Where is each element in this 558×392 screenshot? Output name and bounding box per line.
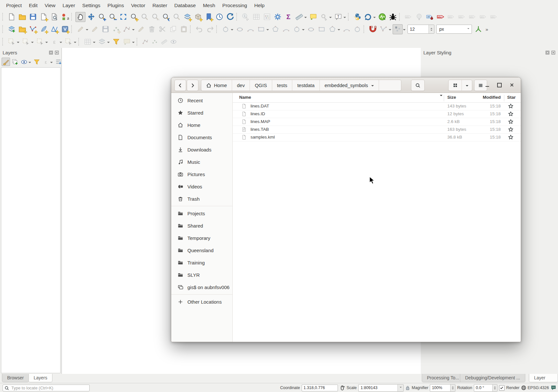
sidebar-item-trash[interactable]: Trash [171,193,232,205]
map-tips-button[interactable] [308,12,318,22]
menu-vector[interactable]: Vector [128,0,149,11]
advanced-digitizing-tool-5-button[interactable] [327,24,337,34]
enable-snapping-button[interactable] [368,24,378,34]
messages-button[interactable] [551,385,556,391]
new-temporary-scratch-layer-button[interactable] [60,24,70,34]
scale-combo[interactable]: 1:809143 [358,384,404,392]
tab-browser[interactable]: Browser [2,374,29,382]
star-toggle[interactable] [508,135,513,140]
decoration-tool-2-button[interactable] [150,37,159,46]
magnifier-spinner[interactable]: 100% [430,384,455,392]
search-button[interactable] [411,80,425,91]
dropdown-caret-icon[interactable] [45,42,48,44]
select-features-button[interactable] [6,37,17,47]
deselect-features-button[interactable] [35,37,45,47]
dropdown-caret-icon[interactable] [338,29,340,32]
open-attribute-table-button[interactable] [251,12,261,22]
new-3d-map-view-button[interactable] [193,12,203,22]
show-layout-manager-button[interactable] [49,12,59,22]
label-tool-button[interactable] [111,37,121,47]
dropdown-caret-icon[interactable] [93,42,95,44]
toolbar-handle[interactable] [236,13,239,21]
redo-button[interactable] [205,24,215,34]
text-annotation-button[interactable] [333,12,343,22]
select-by-expression-button[interactable] [49,37,59,47]
sidebar-item-projects[interactable]: Projects [171,207,232,219]
shape-tool-ellipse-button[interactable] [235,24,245,34]
advanced-digitizing-tool-3-button[interactable] [306,24,316,34]
sidebar-item-slyr[interactable]: SLYR [171,269,232,281]
combo-arrow[interactable] [465,25,472,33]
sidebar-item-temporary[interactable]: Temporary [171,232,232,244]
sidebar-item-queensland[interactable]: Queensland [171,244,232,256]
locator-input[interactable] [11,385,89,391]
dropdown-caret-icon[interactable] [60,42,62,44]
dropdown-caret-icon[interactable] [304,17,307,19]
rotate-label-button[interactable] [478,12,488,22]
dropdown-caret-icon[interactable] [74,42,76,44]
sidebar-item-recent[interactable]: Recent [171,94,232,106]
float-panel-button[interactable] [49,50,53,55]
toolbar-handle[interactable] [2,25,5,33]
spin-up-icon[interactable] [430,27,432,29]
maximize-button[interactable] [495,81,504,89]
zoom-native-button[interactable] [150,12,160,22]
toolbar-handle[interactable] [71,25,73,33]
dropdown-caret-icon[interactable] [302,29,305,32]
modify-attributes-button[interactable] [136,24,146,34]
decoration-tool-1-button[interactable] [141,37,150,46]
sidebar-item-starred[interactable]: Starred [171,106,232,119]
star-toggle[interactable] [508,127,513,132]
dropdown-caret-icon[interactable] [373,17,376,19]
dropdown-caret-icon[interactable] [107,42,110,44]
vertex-tool-button[interactable] [122,24,132,34]
breadcrumb-home[interactable]: Home [201,80,232,91]
grid-view-button[interactable] [449,80,462,91]
layer-tools-button[interactable] [97,37,107,47]
shape-tool-arc-button[interactable] [245,24,255,34]
paste-features-button[interactable] [179,24,189,34]
tab-debugging-development[interactable]: Debugging/Development ... [460,374,525,382]
file-row[interactable]: lines.MAP 2.6 kB 15:18 [233,118,521,126]
toolbar-handle[interactable] [2,13,5,21]
add-vector-layer-button[interactable] [28,24,38,34]
change-label-button[interactable] [489,12,499,22]
tab-layer-styling[interactable]: Layer S... [529,374,558,382]
filter-legend-button[interactable] [32,58,41,66]
sidebar-item-home[interactable]: Home [171,119,232,131]
new-print-layout-button[interactable] [39,12,49,22]
lock-scale-button[interactable] [405,386,410,390]
close-panel-button[interactable] [551,50,555,55]
add-delimited-text-layer-button[interactable] [39,24,49,34]
dropdown-caret-icon[interactable] [86,29,88,32]
dropdown-caret-icon[interactable] [28,62,31,64]
menu-database[interactable]: Database [171,0,199,11]
coordinate-display-toggle[interactable] [340,385,345,391]
breadcrumb-current[interactable]: embedded_symbols [320,80,379,91]
filter-by-expression-button[interactable] [41,58,50,66]
delete-selected-button[interactable] [147,24,157,34]
run-feature-action-button[interactable] [319,12,329,22]
decoration-tool-3-button[interactable] [160,37,168,46]
zoom-full-button[interactable] [118,12,128,22]
dropdown-caret-icon[interactable] [403,29,406,32]
copy-features-button[interactable] [168,24,178,34]
menu-layer[interactable]: Layer [59,0,79,11]
spinner-arrows[interactable] [492,385,497,391]
star-toggle[interactable] [508,119,513,124]
column-header-star[interactable]: Star [507,95,516,100]
close-button[interactable] [507,81,516,89]
reload-plugins-button[interactable] [363,12,373,22]
close-panel-button[interactable] [54,50,59,55]
show-hide-labels-button[interactable] [457,12,467,22]
file-row[interactable]: lines.DAT 143 bytes 15:18 [233,102,521,110]
dropdown-caret-icon[interactable] [266,29,269,32]
toolbar-handle[interactable] [71,13,73,21]
sidebar-item-pictures[interactable]: Pictures [171,168,232,180]
sidebar-item-music[interactable]: Music [171,156,232,168]
select-features-by-value-button[interactable] [21,37,31,47]
advanced-digitizing-tool-4-button[interactable] [317,24,327,34]
locator-box[interactable] [3,385,90,391]
new-map-view-button[interactable] [182,12,192,22]
dropdown-caret-icon[interactable] [31,42,34,44]
